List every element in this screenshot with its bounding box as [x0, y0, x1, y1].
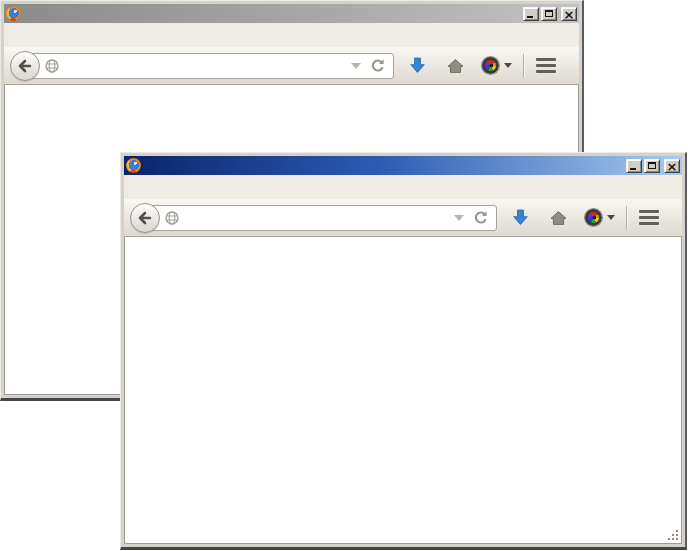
hamburger-icon [639, 210, 659, 225]
firefox-logo-icon [6, 6, 21, 21]
download-arrow-icon [512, 209, 529, 226]
minimize-button[interactable] [626, 159, 642, 173]
firefox-window-app02 [120, 152, 687, 550]
chevron-down-icon [504, 63, 512, 68]
maximize-button[interactable] [541, 7, 557, 21]
history-dropdown-icon[interactable] [351, 63, 361, 69]
close-button[interactable] [664, 159, 680, 173]
titlebar[interactable] [124, 156, 682, 175]
menu-bar [124, 175, 682, 199]
navigation-toolbar [4, 47, 579, 85]
back-arrow-icon [137, 210, 153, 226]
back-button[interactable] [10, 51, 40, 81]
reload-icon[interactable] [370, 58, 386, 74]
open-menu-button[interactable] [535, 53, 557, 78]
toolbar-separator [523, 54, 524, 78]
url-bar[interactable] [144, 205, 497, 231]
toolbar-separator [626, 206, 627, 230]
close-button[interactable] [561, 7, 577, 21]
site-globe-icon [164, 210, 180, 226]
page-content [124, 237, 682, 544]
navigation-toolbar [124, 199, 682, 237]
addon-button[interactable] [482, 57, 512, 74]
home-button[interactable] [550, 210, 567, 226]
back-arrow-icon [17, 58, 33, 74]
firefox-logo-icon [126, 158, 141, 173]
minimize-button[interactable] [523, 7, 539, 21]
chevron-down-icon [607, 215, 615, 220]
menu-bar [4, 23, 579, 47]
resize-grip[interactable] [667, 529, 679, 541]
download-arrow-icon [409, 57, 426, 74]
open-menu-button[interactable] [638, 205, 660, 230]
download-button[interactable] [512, 209, 529, 226]
colorzilla-lens-icon [585, 209, 602, 226]
home-button[interactable] [447, 58, 464, 74]
download-button[interactable] [409, 57, 426, 74]
back-button[interactable] [130, 203, 160, 233]
reload-icon[interactable] [473, 210, 489, 226]
home-icon [550, 210, 567, 226]
addon-button[interactable] [585, 209, 615, 226]
history-dropdown-icon[interactable] [454, 215, 464, 221]
colorzilla-lens-icon [482, 57, 499, 74]
titlebar[interactable] [4, 4, 579, 23]
home-icon [447, 58, 464, 74]
site-globe-icon [44, 58, 60, 74]
maximize-button[interactable] [644, 159, 660, 173]
url-bar[interactable] [24, 53, 394, 79]
hamburger-icon [536, 58, 556, 73]
